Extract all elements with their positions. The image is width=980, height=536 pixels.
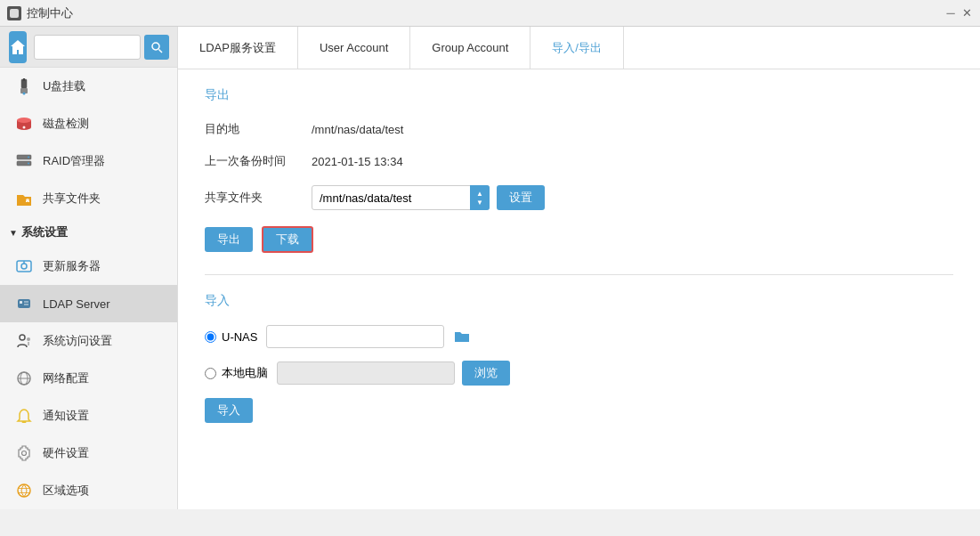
- update-server-icon: [14, 256, 34, 276]
- sidebar-item-hardware[interactable]: 硬件设置: [0, 434, 177, 472]
- sidebar-item-access-settings[interactable]: 系统访问设置: [0, 322, 177, 360]
- unas-radio-row: U-NAS: [205, 325, 953, 348]
- select-arrows-icon: ▲ ▼: [470, 185, 490, 210]
- last-backup-value: 2021-01-15 13:34: [312, 155, 403, 168]
- close-button[interactable]: ✕: [960, 7, 973, 20]
- unas-label: U-NAS: [222, 330, 257, 344]
- sidebar-item-access-label: 系统访问设置: [43, 333, 112, 349]
- app-icon: [7, 6, 21, 20]
- local-path-input: [277, 361, 455, 385]
- sidebar-item-notify-settings[interactable]: 通知设置: [0, 397, 177, 434]
- svg-point-6: [23, 93, 26, 95]
- sidebar: U盘挂载 磁盘检测: [0, 27, 178, 509]
- usb-icon: [14, 77, 34, 96]
- ldap-icon: [14, 294, 34, 313]
- settings-button[interactable]: 设置: [497, 185, 545, 210]
- sidebar-home-area: [0, 27, 177, 68]
- svg-rect-19: [20, 301, 22, 304]
- tab-ldap-settings[interactable]: LDAP服务设置: [178, 27, 298, 69]
- unas-radio-group: U-NAS: [205, 330, 257, 344]
- window-controls: ─ ✕: [944, 7, 973, 20]
- svg-point-9: [17, 118, 31, 123]
- local-label: 本地电脑: [222, 365, 268, 381]
- top-nav: LDAP服务设置 User Account Group Account 导入/导…: [178, 27, 980, 69]
- hardware-icon: [14, 443, 34, 463]
- unas-path-input[interactable]: [266, 325, 444, 348]
- last-backup-label: 上一次备份时间: [205, 153, 312, 169]
- svg-rect-18: [18, 299, 30, 308]
- app-body: U盘挂载 磁盘检测: [0, 27, 980, 509]
- raid-icon: [14, 151, 34, 171]
- title-bar-left: 控制中心: [7, 5, 73, 21]
- unas-folder-button[interactable]: [451, 326, 473, 347]
- home-button[interactable]: [9, 31, 27, 63]
- sidebar-item-usb[interactable]: U盘挂载: [0, 68, 177, 105]
- network-icon: [14, 369, 34, 388]
- sidebar-item-notify-label: 通知设置: [43, 408, 89, 424]
- search-area: [34, 35, 169, 60]
- destination-row: 目的地 /mnt/nas/data/test: [205, 121, 953, 137]
- sidebar-item-network-label: 网络配置: [43, 370, 89, 386]
- section-divider: [205, 274, 953, 275]
- sidebar-item-usb-label: U盘挂载: [43, 78, 85, 94]
- sidebar-item-disk-label: 磁盘检测: [43, 116, 89, 132]
- export-button[interactable]: 导出: [205, 227, 253, 252]
- sidebar-item-ldap-server[interactable]: LDAP Server: [0, 285, 177, 322]
- minimize-button[interactable]: ─: [944, 7, 957, 20]
- unas-input-group: [266, 325, 473, 348]
- svg-point-30: [18, 484, 30, 497]
- sidebar-item-disk[interactable]: 磁盘检测: [0, 105, 177, 142]
- main-content: 导出 目的地 /mnt/nas/data/test 上一次备份时间 2021-0…: [178, 69, 980, 509]
- local-input-group: 浏览: [277, 361, 510, 386]
- region-icon: [14, 481, 34, 500]
- notify-icon: [14, 406, 34, 426]
- sidebar-item-raid-label: RAID管理器: [43, 153, 105, 169]
- share-folder-select[interactable]: /mnt/nas/data/test: [312, 185, 490, 210]
- svg-rect-0: [10, 9, 19, 18]
- destination-value: /mnt/nas/data/test: [312, 123, 403, 136]
- share-folder-row: 共享文件夹 /mnt/nas/data/test ▲ ▼ 设置: [205, 185, 953, 210]
- svg-point-17: [21, 264, 27, 269]
- sidebar-item-update-server[interactable]: 更新服务器: [0, 248, 177, 285]
- tab-group-account[interactable]: Group Account: [410, 27, 530, 69]
- svg-rect-5: [23, 78, 25, 81]
- share-folder-label: 共享文件夹: [205, 190, 312, 206]
- local-radio-group: 本地电脑: [205, 365, 268, 381]
- sidebar-item-network-config[interactable]: 网络配置: [0, 360, 177, 397]
- svg-point-29: [22, 451, 27, 456]
- browse-button[interactable]: 浏览: [462, 361, 510, 386]
- unas-radio[interactable]: [205, 331, 216, 343]
- title-bar: 控制中心 ─ ✕: [0, 0, 980, 27]
- sidebar-item-update-server-label: 更新服务器: [43, 258, 101, 274]
- tab-user-account[interactable]: User Account: [298, 27, 410, 69]
- app-title: 控制中心: [27, 5, 73, 21]
- svg-point-22: [20, 335, 25, 340]
- sidebar-item-region[interactable]: 区域选项: [0, 472, 177, 509]
- content-area: LDAP服务设置 User Account Group Account 导入/导…: [178, 27, 980, 509]
- access-icon: [14, 331, 34, 351]
- search-input[interactable]: [34, 35, 141, 60]
- disk-icon: [14, 114, 34, 134]
- local-radio-row: 本地电脑 浏览: [205, 361, 953, 386]
- sidebar-item-region-label: 区域选项: [43, 483, 89, 499]
- import-section-title: 导入: [205, 293, 953, 309]
- svg-line-2: [159, 49, 163, 53]
- sidebar-item-hardware-label: 硬件设置: [43, 445, 89, 461]
- sidebar-item-share-folder-label: 共享文件夹: [43, 191, 101, 207]
- import-action-row: 导入: [205, 398, 953, 423]
- section-header-system[interactable]: ▼ 系统设置: [0, 217, 177, 248]
- destination-label: 目的地: [205, 121, 312, 137]
- search-button[interactable]: [144, 35, 169, 60]
- svg-point-14: [28, 163, 29, 165]
- sidebar-item-share-folder[interactable]: 共享文件夹: [0, 180, 177, 217]
- svg-point-10: [23, 126, 26, 129]
- sidebar-item-raid[interactable]: RAID管理器: [0, 142, 177, 180]
- download-button[interactable]: 下载: [262, 226, 313, 253]
- share-folder-select-wrapper: /mnt/nas/data/test ▲ ▼: [312, 185, 490, 210]
- tab-import-export[interactable]: 导入/导出: [530, 27, 624, 69]
- local-radio[interactable]: [205, 368, 216, 379]
- export-action-row: 导出 下载: [205, 226, 953, 253]
- import-button[interactable]: 导入: [205, 398, 253, 423]
- export-section-title: 导出: [205, 87, 953, 103]
- last-backup-row: 上一次备份时间 2021-01-15 13:34: [205, 153, 953, 169]
